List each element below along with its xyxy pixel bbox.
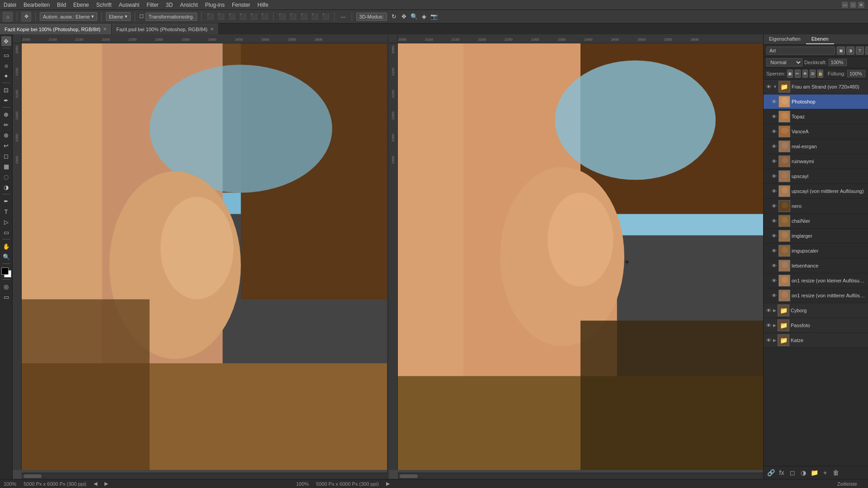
left-scrollbar-h[interactable] — [22, 473, 387, 479]
quick-mask-btn[interactable]: ◎ — [1, 282, 11, 291]
3d-camera-icon[interactable]: 📷 — [429, 12, 439, 21]
menu-filter[interactable]: Filter — [146, 2, 159, 8]
zoom-tool[interactable]: 🔍 — [1, 252, 11, 262]
3d-zoom-icon[interactable]: 🔍 — [410, 12, 419, 21]
new-adjustment-button[interactable]: ◑ — [799, 468, 808, 477]
layer-on1-mid[interactable]: 👁 on1 resize (von mittlerer Auflösung) — [764, 288, 868, 303]
lock-pixels-icon[interactable]: ✏ — [795, 70, 801, 78]
menu-bearbeiten[interactable]: Bearbeiten — [24, 2, 50, 8]
filter-adjustment-icon[interactable]: ◑ — [846, 47, 854, 55]
tab-right-close[interactable]: ✕ — [210, 27, 214, 32]
layer-imgupscaler[interactable]: 👁 imgupscaler — [764, 244, 868, 258]
shape-tool[interactable]: ▭ — [1, 227, 11, 237]
add-mask-button[interactable]: ◻ — [788, 468, 797, 477]
magic-wand-tool[interactable]: ✦ — [1, 71, 11, 81]
delete-layer-button[interactable]: 🗑 — [831, 468, 840, 477]
menu-schrift[interactable]: Schrift — [96, 2, 112, 8]
path-select-tool[interactable]: ▷ — [1, 217, 11, 227]
nav-arrow-right[interactable]: ▶ — [104, 481, 108, 487]
layer-group-frau[interactable]: 👁 ▼ 📁 Frau am Strand (von 720x480) — [764, 80, 868, 94]
menu-ebene[interactable]: Ebene — [73, 2, 89, 8]
menu-ansicht[interactable]: Ansicht — [180, 2, 198, 8]
layer-photoshop[interactable]: 👁 Photoshop — [764, 94, 868, 109]
dist-top-icon[interactable]: ⬛ — [310, 12, 319, 21]
color-swatches[interactable] — [1, 267, 11, 277]
3d-mode-button[interactable]: 3D-Modus: — [356, 13, 387, 21]
healing-tool[interactable]: ⊕ — [1, 109, 11, 119]
right-scrollbar-h[interactable] — [398, 473, 763, 479]
menu-bild[interactable]: Bild — [57, 2, 66, 8]
fullung-input[interactable]: 100% — [847, 70, 865, 77]
menu-plugins[interactable]: Plug-ins — [205, 2, 225, 8]
screen-mode-btn[interactable]: ▭ — [1, 292, 11, 302]
dist-right-icon[interactable]: ⬛ — [299, 12, 308, 21]
eye-icon[interactable]: 👁 — [771, 292, 777, 299]
layer-nero[interactable]: 👁 nero — [764, 199, 868, 214]
menu-datei[interactable]: Datei — [4, 2, 16, 8]
layer-chainier[interactable]: 👁 chaïNier — [764, 214, 868, 229]
3d-light-icon[interactable]: ◈ — [420, 12, 429, 21]
eye-icon[interactable]: 👁 — [771, 158, 777, 164]
add-style-button[interactable]: fx — [777, 468, 786, 477]
eye-icon[interactable]: 👁 — [765, 337, 772, 343]
layer-group-cyborg[interactable]: 👁 ▶ 📁 Cyborg — [764, 303, 868, 318]
dist-left-icon[interactable]: ⬛ — [278, 12, 287, 21]
eye-icon[interactable]: 👁 — [765, 307, 772, 314]
align-left-icon[interactable]: ⬛ — [206, 12, 215, 21]
left-photo-canvas[interactable] — [22, 43, 387, 470]
eye-icon[interactable]: 👁 — [771, 143, 777, 150]
eye-icon[interactable]: 👁 — [771, 263, 777, 269]
tab-left[interactable]: Fazit Kopie bei 100% (Photoshop, RGB/8#)… — [0, 23, 112, 34]
transform-button[interactable]: Transformationsstrg. — [146, 13, 197, 21]
scrollbar-thumb-h-right[interactable] — [400, 474, 418, 478]
tab-left-close[interactable]: ✕ — [103, 27, 107, 32]
filter-text-icon[interactable]: T — [856, 47, 864, 55]
lock-transparent-icon[interactable]: ▣ — [787, 70, 793, 78]
nav-arrow-right2[interactable]: ▶ — [386, 481, 390, 487]
deckkraft-input[interactable]: 100% — [829, 59, 847, 66]
eye-icon[interactable]: 👁 — [765, 322, 772, 328]
layer-ruinwaymi[interactable]: 👁 ruinwaymi — [764, 154, 868, 169]
layers-search-input[interactable] — [766, 47, 835, 55]
eye-icon[interactable]: 👁 — [771, 248, 777, 254]
eye-icon[interactable]: 👁 — [765, 84, 772, 90]
home-icon[interactable]: ⌂ — [3, 12, 13, 22]
ebene-button[interactable]: Ebene ▾ — [106, 12, 131, 21]
pen-tool[interactable]: ✒ — [1, 196, 11, 206]
align-top-icon[interactable]: ⬛ — [238, 12, 247, 21]
layer-vancea[interactable]: 👁 VanceA — [764, 124, 868, 139]
foreground-color-swatch[interactable] — [1, 267, 9, 275]
menu-3d[interactable]: 3D — [166, 2, 173, 8]
layer-topaz[interactable]: 👁 Topaz — [764, 109, 868, 124]
nav-arrow-left[interactable]: ◀ — [94, 481, 97, 487]
layer-upscayl[interactable]: 👁 upscayl — [764, 169, 868, 184]
expand-arrow-icon[interactable]: ▶ — [773, 338, 776, 343]
eye-icon[interactable]: 👁 — [771, 218, 777, 224]
align-center-h-icon[interactable]: ⬛ — [217, 12, 226, 21]
layer-real-esrgan[interactable]: 👁 real-esrgan — [764, 139, 868, 154]
expand-arrow-icon[interactable]: ▼ — [773, 84, 777, 89]
eye-icon[interactable]: 👁 — [771, 128, 777, 135]
eye-icon[interactable]: 👁 — [771, 277, 777, 284]
eraser-tool[interactable]: ◻ — [1, 151, 11, 161]
layer-on1-small[interactable]: 👁 on1 resize (von kleiner Auflösung) — [764, 273, 868, 288]
new-group-button[interactable]: 📁 — [810, 468, 819, 477]
align-bottom-icon[interactable]: ⬛ — [260, 12, 269, 21]
gradient-tool[interactable]: ▦ — [1, 161, 11, 171]
3d-rotate-icon[interactable]: ↻ — [390, 12, 399, 21]
link-layers-button[interactable]: 🔗 — [766, 468, 775, 477]
expand-arrow-icon[interactable]: ▶ — [773, 323, 776, 328]
lasso-tool[interactable]: ⌾ — [1, 61, 11, 70]
tab-ebenen[interactable]: Ebenen — [806, 34, 834, 44]
lock-position-icon[interactable]: ✥ — [802, 70, 808, 78]
eye-icon[interactable]: 👁 — [771, 113, 777, 120]
move-tool-icon[interactable]: ✥ — [21, 12, 31, 22]
brush-tool[interactable]: ✏ — [1, 120, 11, 130]
auto-select-button[interactable]: Autom. ausw.: Ebene ▾ — [40, 12, 97, 21]
layer-group-katze[interactable]: 👁 ▶ 📁 Katze — [764, 333, 868, 348]
more-options-button[interactable]: ··· — [339, 13, 348, 20]
tab-right[interactable]: Fazit.psd bei 100% (Photoshop, RGB/84) ✕ — [112, 23, 219, 34]
lock-all-icon[interactable]: 🔒 — [817, 70, 823, 78]
history-brush-tool[interactable]: ↩ — [1, 141, 11, 150]
menu-auswahl[interactable]: Auswahl — [119, 2, 139, 8]
